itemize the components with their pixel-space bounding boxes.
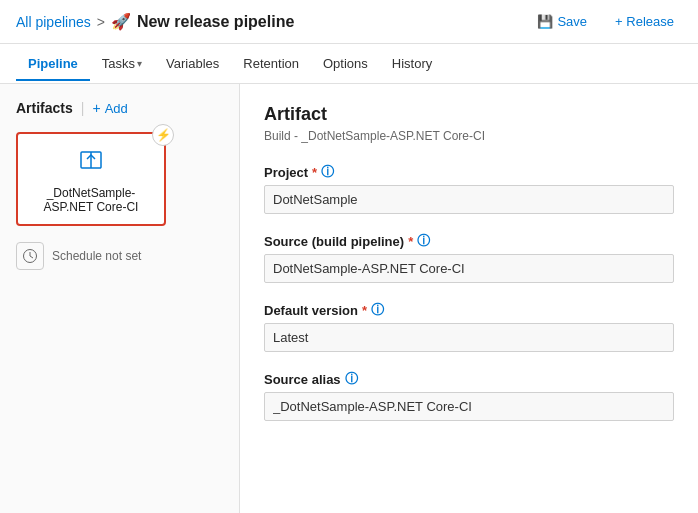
form-title: Artifact <box>264 104 674 125</box>
default-version-label: Default version * ⓘ <box>264 301 674 319</box>
tab-tasks[interactable]: Tasks ▾ <box>90 48 154 81</box>
alias-info-icon[interactable]: ⓘ <box>345 370 358 388</box>
project-field-group: Project * ⓘ <box>264 163 674 214</box>
source-info-icon[interactable]: ⓘ <box>417 232 430 250</box>
main-content: Artifacts | + Add ⚡ _DotNetSample-ASP.NE… <box>0 84 698 513</box>
source-field-group: Source (build pipeline) * ⓘ <box>264 232 674 283</box>
right-panel: Artifact Build - _DotNetSample-ASP.NET C… <box>240 84 698 513</box>
header-right: 💾 Save + Release <box>529 10 682 33</box>
save-button[interactable]: 💾 Save <box>529 10 595 33</box>
artifact-card[interactable]: ⚡ _DotNetSample-ASP.NET Core-CI <box>16 132 166 226</box>
breadcrumb-separator: > <box>97 14 105 30</box>
nav-tabs: Pipeline Tasks ▾ Variables Retention Opt… <box>0 44 698 84</box>
tab-history[interactable]: History <box>380 48 444 81</box>
version-info-icon[interactable]: ⓘ <box>371 301 384 319</box>
required-star-source: * <box>408 234 413 249</box>
lightning-icon: ⚡ <box>156 128 171 142</box>
required-star-version: * <box>362 303 367 318</box>
artifacts-section-header: Artifacts | + Add <box>16 100 223 116</box>
source-alias-input[interactable] <box>264 392 674 421</box>
source-alias-label: Source alias ⓘ <box>264 370 674 388</box>
left-panel: Artifacts | + Add ⚡ _DotNetSample-ASP.NE… <box>0 84 240 513</box>
project-label: Project * ⓘ <box>264 163 674 181</box>
build-icon <box>77 146 105 180</box>
tab-variables[interactable]: Variables <box>154 48 231 81</box>
tab-options[interactable]: Options <box>311 48 380 81</box>
save-icon: 💾 <box>537 14 553 29</box>
source-input[interactable] <box>264 254 674 283</box>
default-version-field-group: Default version * ⓘ <box>264 301 674 352</box>
required-star: * <box>312 165 317 180</box>
schedule-icon <box>16 242 44 270</box>
default-version-input[interactable] <box>264 323 674 352</box>
tab-retention[interactable]: Retention <box>231 48 311 81</box>
add-label: Add <box>105 101 128 116</box>
release-button[interactable]: + Release <box>607 10 682 33</box>
add-artifact-button[interactable]: + Add <box>92 100 127 116</box>
chevron-down-icon: ▾ <box>137 58 142 69</box>
schedule-section: Schedule not set <box>16 242 223 270</box>
source-alias-field-group: Source alias ⓘ <box>264 370 674 421</box>
schedule-label: Schedule not set <box>52 249 141 263</box>
artifact-name: _DotNetSample-ASP.NET Core-CI <box>26 186 156 214</box>
page-title: New release pipeline <box>137 13 294 31</box>
plus-icon: + <box>92 100 100 116</box>
artifacts-divider: | <box>81 100 85 116</box>
lightning-badge: ⚡ <box>152 124 174 146</box>
tab-pipeline[interactable]: Pipeline <box>16 48 90 81</box>
form-subtitle: Build - _DotNetSample-ASP.NET Core-CI <box>264 129 674 143</box>
save-label: Save <box>557 14 587 29</box>
header: All pipelines > 🚀 New release pipeline 💾… <box>0 0 698 44</box>
svg-line-4 <box>30 256 33 258</box>
project-input[interactable] <box>264 185 674 214</box>
project-info-icon[interactable]: ⓘ <box>321 163 334 181</box>
header-left: All pipelines > 🚀 New release pipeline <box>16 12 294 31</box>
breadcrumb-link[interactable]: All pipelines <box>16 14 91 30</box>
pipeline-icon: 🚀 <box>111 12 131 31</box>
artifacts-label: Artifacts <box>16 100 73 116</box>
source-label: Source (build pipeline) * ⓘ <box>264 232 674 250</box>
